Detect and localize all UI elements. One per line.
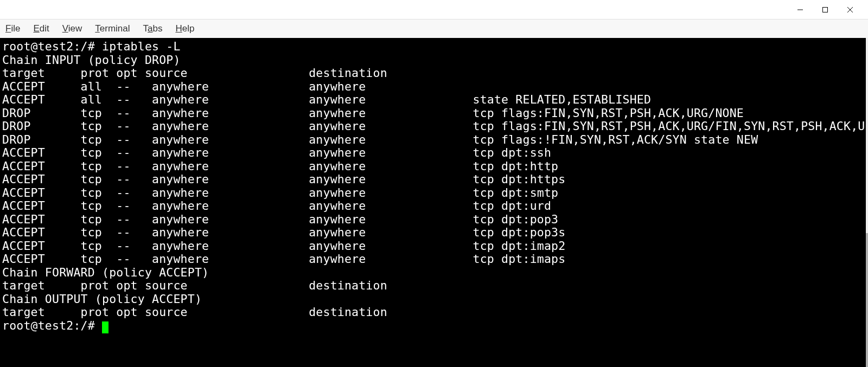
menu-edit[interactable]: Edit [33,23,49,34]
scrollbar-track[interactable] [866,38,868,367]
terminal-line: DROP tcp -- anywhere anywhere tcp flags:… [2,120,864,133]
terminal-cursor [102,321,108,333]
terminal-line: ACCEPT tcp -- anywhere anywhere tcp dpt:… [2,160,864,173]
menu-file[interactable]: File [5,23,20,34]
scrollbar-thumb[interactable] [866,233,868,367]
terminal-line: ACCEPT tcp -- anywhere anywhere tcp dpt:… [2,199,864,213]
terminal-line: Chain FORWARD (policy ACCEPT) [2,266,864,280]
terminal-area[interactable]: root@test2:/# iptables -LChain INPUT (po… [0,38,866,367]
terminal-line: DROP tcp -- anywhere anywhere tcp flags:… [2,107,864,120]
window-controls [788,1,863,18]
terminal-line: ACCEPT all -- anywhere anywhere state RE… [2,93,864,107]
terminal-line: ACCEPT tcp -- anywhere anywhere tcp dpt:… [2,146,864,160]
maximize-icon [822,7,828,13]
terminal-line: DROP tcp -- anywhere anywhere tcp flags:… [2,133,864,147]
terminal-line: ACCEPT all -- anywhere anywhere [2,80,864,94]
minimize-icon [797,7,803,13]
svg-rect-1 [823,7,828,12]
terminal-line: Chain INPUT (policy DROP) [2,54,864,67]
menu-help[interactable]: Help [175,23,194,34]
terminal-line: ACCEPT tcp -- anywhere anywhere tcp dpt:… [2,240,864,253]
terminal-line: target prot opt source destination [2,67,864,80]
terminal-line: ACCEPT tcp -- anywhere anywhere tcp dpt:… [2,213,864,227]
terminal-line: Chain OUTPUT (policy ACCEPT) [2,293,864,306]
terminal-line: target prot opt source destination [2,306,864,319]
maximize-button[interactable] [813,1,838,18]
close-icon [847,7,853,13]
window-titlebar [0,0,868,20]
close-button[interactable] [838,1,863,18]
minimize-button[interactable] [788,1,813,18]
terminal-line: target prot opt source destination [2,279,864,293]
menu-view[interactable]: View [62,23,82,34]
terminal-line: root@test2:/# iptables -L [2,40,864,54]
terminal-line: ACCEPT tcp -- anywhere anywhere tcp dpt:… [2,186,864,200]
menubar: File Edit View Terminal Tabs Help [0,20,868,38]
terminal-line: ACCEPT tcp -- anywhere anywhere tcp dpt:… [2,226,864,240]
terminal-prompt-line: root@test2:/# [2,319,864,333]
terminal-line: ACCEPT tcp -- anywhere anywhere tcp dpt:… [2,253,864,266]
terminal-line: ACCEPT tcp -- anywhere anywhere tcp dpt:… [2,173,864,186]
menu-terminal[interactable]: Terminal [95,23,130,34]
menu-tabs[interactable]: Tabs [143,23,163,34]
